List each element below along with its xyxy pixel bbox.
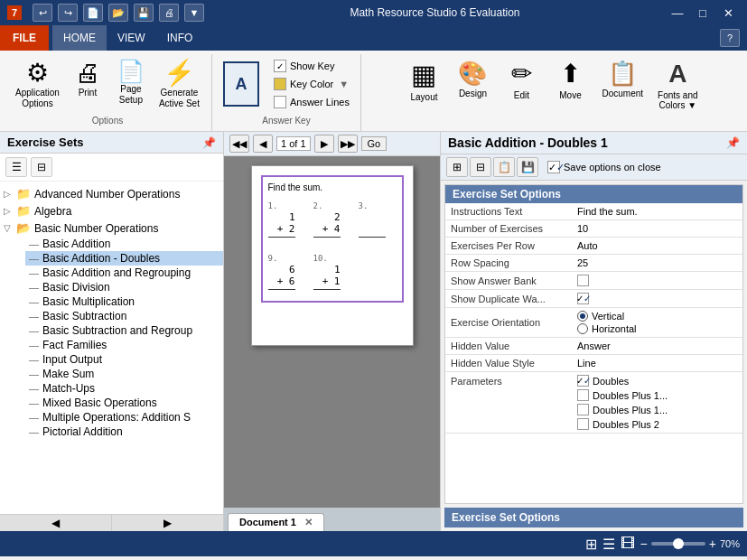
ribbon-group-tools-content: ▦ Layout 🎨 Design ✏ Edit ⬆ Move 📋 Docume… [401, 58, 703, 122]
right-tool-btn-4[interactable]: 💾 [517, 157, 538, 177]
print-button[interactable]: 🖨 [159, 4, 179, 22]
tree-leaf-inner-basic-subtraction[interactable]: — Basic Subtraction [25, 309, 223, 323]
help-button[interactable]: ? [720, 29, 740, 47]
right-tool-btn-1[interactable]: ⊞ [446, 157, 468, 177]
sidebar-expand-button[interactable]: ☰ [5, 157, 27, 177]
param-doubles-plus-1a[interactable]: Doubles Plus 1... [577, 389, 737, 401]
zoom-in-button[interactable]: + [709, 537, 716, 551]
first-page-button[interactable]: ◀◀ [229, 135, 249, 153]
file-menu-button[interactable]: FILE [0, 25, 49, 51]
option-row-show-duplicate: Show Duplicate Wa... ✓ [445, 290, 742, 308]
tree-item-basic-number[interactable]: ▽ 📂 Basic Number Operations [0, 219, 223, 237]
page-setup-button[interactable]: 📄 PageSetup [111, 58, 151, 108]
leaf-icon: — [29, 325, 39, 336]
zoom-thumb[interactable] [673, 538, 684, 549]
sidebar-header: Exercise Sets 📌 [0, 132, 223, 154]
tab-close-button[interactable]: ✕ [304, 517, 313, 527]
dropdown-button[interactable]: ▼ [184, 4, 204, 22]
param-doubles-checkbox[interactable]: ✓ [577, 375, 589, 387]
open-button[interactable]: 📂 [108, 4, 128, 22]
right-tool-btn-2[interactable]: ⊟ [470, 157, 491, 177]
tree-leaf-inner-mixed-basic[interactable]: — Mixed Basic Operations [25, 396, 223, 410]
zoom-slider[interactable] [651, 542, 705, 546]
edit-button[interactable]: ✏ Edit [499, 58, 544, 104]
radio-vertical[interactable]: Vertical [577, 311, 737, 322]
move-button[interactable]: ⬆ Move [547, 58, 593, 104]
design-button[interactable]: 🎨 Design [450, 58, 495, 102]
sidebar-collapse-button[interactable]: ⊟ [31, 157, 52, 177]
application-options-button[interactable]: ⚙ ApplicationOptions [11, 58, 64, 112]
right-tool-btn-3[interactable]: 📋 [493, 157, 515, 177]
param-doubles-plus-1b-checkbox[interactable] [577, 404, 589, 415]
menu-bar: FILE HOME VIEW INFO ? [0, 25, 747, 51]
tree-leaf-inner-basic-addition-regrouping[interactable]: — Basic Addition and Regrouping [25, 266, 223, 280]
radio-vertical-dot[interactable] [577, 311, 588, 322]
print-button[interactable]: 🖨 Print [68, 58, 107, 101]
show-key-button[interactable]: ✓ Show Key [270, 58, 353, 74]
save-options-checkbox-row[interactable]: ✓ Save options on close [544, 157, 665, 177]
document-button[interactable]: 📋 Document [596, 58, 649, 102]
scroll-left-button[interactable]: ◀ [0, 515, 112, 531]
zoom-out-button[interactable]: − [640, 537, 648, 551]
new-button[interactable]: 📄 [83, 4, 103, 22]
scroll-right-button[interactable]: ▶ [112, 515, 223, 531]
tree-leaf-inner-pictorial-addition[interactable]: — Pictorial Addition [25, 425, 223, 439]
fonts-colors-button[interactable]: A Fonts andColors ▼ [652, 58, 703, 114]
redo-button[interactable]: ↪ [58, 4, 78, 22]
status-icon-film[interactable]: 🎞 [621, 536, 635, 552]
generate-active-set-button[interactable]: ⚡ GenerateActive Set [154, 58, 204, 112]
radio-horizontal-dot[interactable] [577, 323, 588, 334]
status-icon-grid[interactable]: ⊞ [585, 536, 597, 553]
key-color-label: Key Color [290, 79, 333, 89]
tree-item-advanced[interactable]: ▷ 📁 Advanced Number Operations [0, 185, 223, 202]
tree-leaf-inner-make-sum[interactable]: — Make Sum [25, 367, 223, 381]
layout-button[interactable]: ▦ Layout [401, 58, 446, 106]
sidebar-pin-icon[interactable]: 📌 [202, 136, 216, 149]
tree-item-algebra[interactable]: ▷ 📁 Algebra [0, 202, 223, 219]
tree-leaf-inner-input-output[interactable]: — Input Output [25, 352, 223, 367]
tree-leaf-inner-basic-addition-doubles[interactable]: — Basic Addition - Doubles [25, 251, 223, 266]
go-button[interactable]: Go [361, 136, 388, 151]
next-page-button[interactable]: ▶ [314, 135, 334, 153]
document-tab-1[interactable]: Document 1 ✕ [228, 513, 324, 531]
param-doubles-plus-2-checkbox[interactable] [577, 418, 589, 430]
option-key: Number of Exercises [445, 220, 572, 238]
option-row-orientation: Exercise Orientation Vertical Horizontal [445, 308, 742, 338]
info-menu-item[interactable]: INFO [156, 25, 204, 51]
show-duplicate-checkbox[interactable]: ✓ [577, 293, 589, 304]
radio-horizontal[interactable]: Horizontal [577, 323, 737, 334]
tree-leaf-inner-basic-addition[interactable]: — Basic Addition [25, 237, 223, 251]
prev-page-button[interactable]: ◀ [253, 135, 273, 153]
param-doubles-plus-2[interactable]: Doubles Plus 2 [577, 418, 737, 430]
minimize-button[interactable]: — [666, 4, 689, 22]
show-key-checkbox[interactable]: ✓ [274, 60, 286, 72]
last-page-button[interactable]: ▶▶ [338, 135, 358, 153]
save-options-checkbox[interactable]: ✓ [547, 161, 560, 173]
close-button[interactable]: ✕ [716, 4, 740, 22]
tree-leaf-inner-basic-subtraction-regroup[interactable]: — Basic Subtraction and Regroup [25, 323, 223, 338]
tree-leaf-inner-multiple-operations[interactable]: — Multiple Operations: Addition S [25, 410, 223, 425]
key-color-button[interactable]: Key Color ▼ [270, 76, 353, 92]
tree-leaf-inner-basic-multiplication[interactable]: — Basic Multiplication [25, 294, 223, 309]
answer-bank-checkbox[interactable] [577, 275, 589, 286]
tree-leaf-inner-basic-division[interactable]: — Basic Division [25, 280, 223, 294]
param-doubles-plus-1b[interactable]: Doubles Plus 1... [577, 404, 737, 415]
answer-lines-button[interactable]: Answer Lines [270, 94, 353, 110]
param-doubles-plus-1a-checkbox[interactable] [577, 389, 589, 401]
save-button[interactable]: 💾 [134, 4, 154, 22]
leaf-label: Make Sum [42, 368, 94, 380]
option-value: Auto [572, 238, 742, 255]
tree-leaf-inner-match-ups[interactable]: — Match-Ups [25, 381, 223, 396]
status-icon-list[interactable]: ☰ [602, 536, 615, 553]
home-menu-item[interactable]: HOME [52, 25, 107, 51]
right-panel-pin-icon[interactable]: 📌 [726, 136, 740, 149]
param-doubles[interactable]: ✓ Doubles [577, 375, 737, 387]
tree-leaf-inner-fact-families[interactable]: — Fact Families [25, 338, 223, 352]
view-menu-item[interactable]: VIEW [107, 25, 156, 51]
leaf-icon: — [29, 412, 39, 423]
tree-leaf-basic-subtraction: — Basic Subtraction [25, 309, 223, 323]
undo-button[interactable]: ↩ [33, 4, 52, 22]
maximize-button[interactable]: □ [691, 4, 714, 22]
tree-leaf-basic-subtraction-regroup: — Basic Subtraction and Regroup [25, 323, 223, 338]
folder-icon-open: 📂 [16, 221, 31, 235]
